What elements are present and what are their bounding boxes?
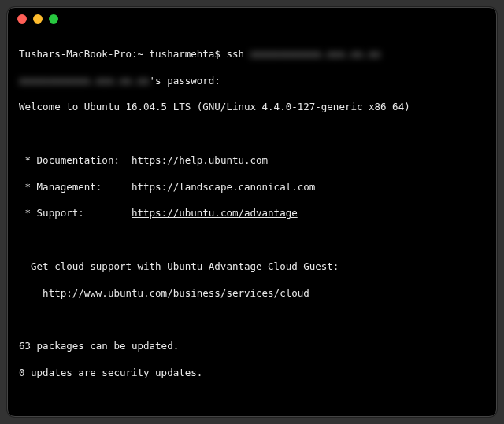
ssh-target-redacted: xxxxxxxxxxxx.xxx.xx.xx xyxy=(250,48,381,60)
packages-line-1: 63 packages can be updated. xyxy=(19,340,485,353)
doc-label: * Documentation: xyxy=(19,154,132,166)
support-label: * Support: xyxy=(19,207,132,219)
minimize-icon[interactable] xyxy=(33,14,43,24)
cloud-line-2: http://www.ubuntu.com/business/services/… xyxy=(19,287,485,300)
window-titlebar xyxy=(8,8,496,30)
welcome-line: Welcome to Ubuntu 16.04.5 LTS (GNU/Linux… xyxy=(19,101,485,114)
support-url[interactable]: https://ubuntu.com/advantage xyxy=(132,207,298,219)
close-icon[interactable] xyxy=(17,14,27,24)
local-prompt: Tushars-MacBook-Pro:~ tusharmehta$ xyxy=(19,48,226,60)
password-host-redacted: xxxxxxxxxxxx.xxx.xx.xx xyxy=(19,75,150,87)
cloud-line-1: Get cloud support with Ubuntu Advantage … xyxy=(19,260,485,274)
terminal-window: Tushars-MacBook-Pro:~ tusharmehta$ ssh x… xyxy=(7,7,497,417)
packages-line-2: 0 updates are security updates. xyxy=(19,367,485,380)
mgmt-url: https://landscape.canonical.com xyxy=(132,181,315,193)
password-suffix: 's password: xyxy=(150,75,220,87)
mgmt-label: * Management: xyxy=(19,181,132,193)
zoom-icon[interactable] xyxy=(49,14,58,24)
ssh-command: ssh xyxy=(226,48,250,60)
terminal-pane-top[interactable]: Tushars-MacBook-Pro:~ tusharmehta$ ssh x… xyxy=(8,30,496,417)
doc-url: https://help.ubuntu.com xyxy=(132,154,268,166)
